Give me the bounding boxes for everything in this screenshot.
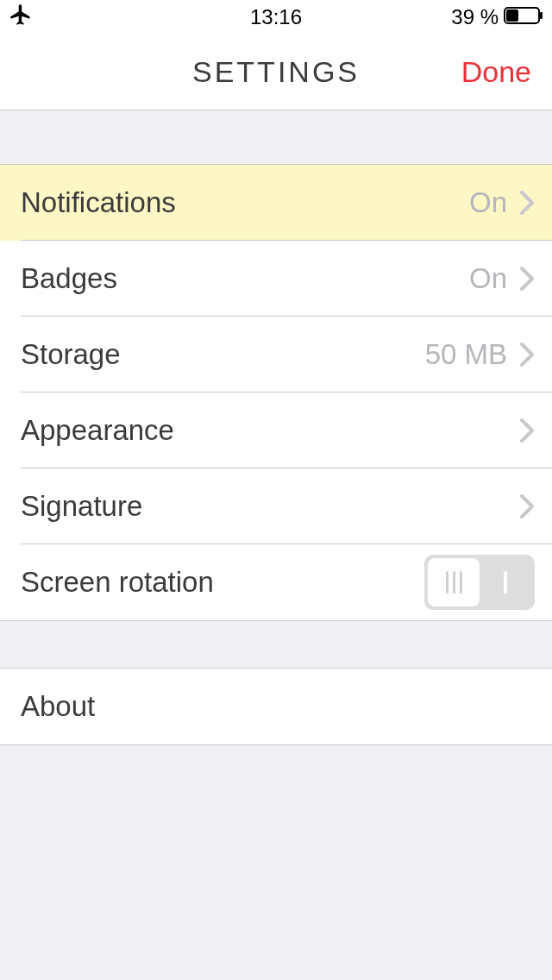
row-tail [519,493,535,519]
toggle-knob [428,558,480,606]
row-label: Signature [21,490,142,523]
status-bar: 13:16 39 % [0,0,552,35]
airplane-mode-icon [9,3,33,32]
row-tail [519,418,535,443]
row-tail: 50 MB [425,338,535,371]
row-label: Notifications [21,186,176,219]
section-gap [0,621,552,668]
screen-rotation-toggle[interactable] [424,555,535,610]
row-value: On [469,262,507,295]
chevron-right-icon [519,418,535,443]
row-tail: On [469,186,535,219]
chevron-right-icon [519,190,535,216]
row-label: About [21,690,95,723]
nav-bar: SETTINGS Done [0,35,552,110]
row-notifications[interactable]: Notifications On [0,165,552,241]
svg-rect-1 [540,12,543,19]
row-tail: On [469,262,535,295]
row-about[interactable]: About [0,669,552,744]
row-label: Storage [21,338,121,371]
page-title: SETTINGS [192,55,360,89]
toggle-off-side [480,571,531,594]
row-storage[interactable]: Storage 50 MB [0,317,552,393]
row-value: On [469,186,507,219]
status-time: 13:16 [250,5,302,29]
done-button[interactable]: Done [461,55,531,89]
chevron-right-icon [519,266,535,292]
settings-list-main: Notifications On Badges On Storage 50 MB… [0,164,552,621]
chevron-right-icon [519,342,535,368]
row-signature[interactable]: Signature [0,468,552,544]
row-badges[interactable]: Badges On [0,241,552,317]
row-label: Badges [21,262,117,295]
settings-list-about: About [0,668,552,745]
battery-icon [504,5,543,29]
row-tail [424,555,535,610]
status-right: 39 % [451,5,543,29]
row-screen-rotation: Screen rotation [0,544,552,620]
chevron-right-icon [519,493,535,519]
row-label: Appearance [21,414,174,447]
row-value: 50 MB [425,338,507,371]
status-left [9,3,33,32]
section-gap [0,110,552,164]
row-appearance[interactable]: Appearance [0,393,552,468]
battery-percentage: 39 % [451,5,499,29]
svg-rect-2 [506,9,518,22]
row-label: Screen rotation [21,566,214,599]
